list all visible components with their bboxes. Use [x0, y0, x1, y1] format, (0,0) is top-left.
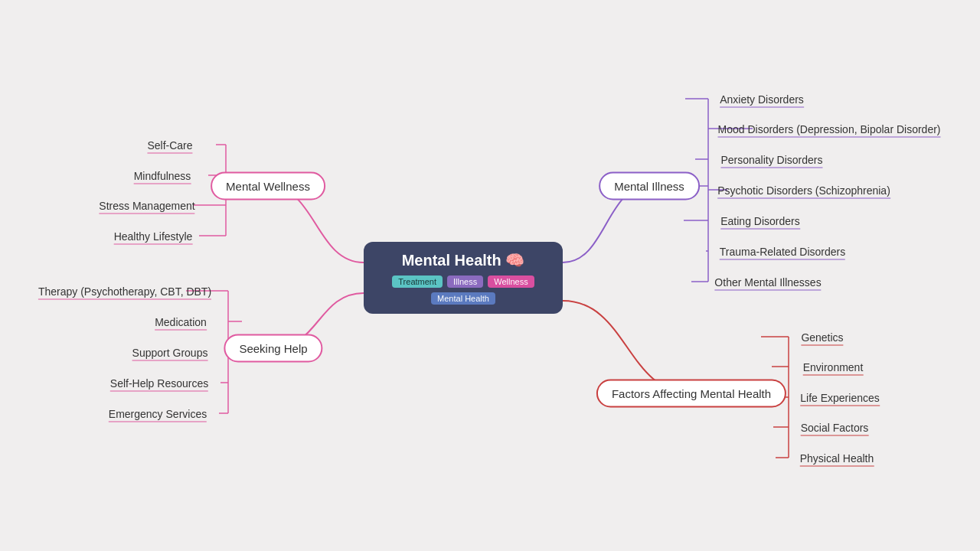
leaf-physical-health: Physical Health [800, 449, 874, 467]
center-title: Mental Health 🧠 [379, 251, 547, 269]
leaf-self-care: Self-Care [147, 136, 192, 154]
center-tags: Treatment Illness Wellness Mental Health [379, 276, 547, 305]
branch-factors: Factors Affecting Mental Health [596, 380, 786, 408]
leaf-social-factors: Social Factors [801, 419, 869, 436]
tag-treatment: Treatment [392, 276, 443, 288]
center-node: Mental Health 🧠 Treatment Illness Wellne… [364, 242, 563, 314]
leaf-therapy: Therapy (Psychotherapy, CBT, DBT) [38, 282, 211, 300]
leaf-stress-management: Stress Management [99, 197, 194, 214]
leaf-anxiety: Anxiety Disorders [720, 90, 804, 108]
leaf-support-groups: Support Groups [132, 344, 208, 361]
branch-seeking-help: Seeking Help [224, 334, 322, 363]
tag-wellness: Wellness [488, 276, 534, 288]
leaf-mindfulness: Mindfulness [134, 167, 191, 184]
leaf-genetics: Genetics [801, 328, 843, 346]
branch-mental-wellness: Mental Wellness [211, 172, 325, 201]
tag-illness: Illness [447, 276, 483, 288]
leaf-psychotic: Psychotic Disorders (Schizophrenia) [717, 181, 890, 199]
leaf-mood: Mood Disorders (Depression, Bipolar Diso… [718, 120, 941, 138]
leaf-emergency: Emergency Services [109, 405, 207, 422]
leaf-self-help: Self-Help Resources [110, 374, 208, 392]
tag-mentalhealth: Mental Health [431, 292, 495, 305]
leaf-environment: Environment [803, 358, 864, 376]
leaf-other-illness: Other Mental Illnesses [714, 273, 821, 291]
leaf-trauma: Trauma-Related Disorders [720, 243, 845, 260]
leaf-healthy-lifestyle: Healthy Lifestyle [114, 227, 193, 245]
leaf-personality: Personality Disorders [720, 151, 822, 168]
leaf-medication: Medication [155, 313, 207, 331]
leaf-eating: Eating Disorders [720, 212, 800, 230]
branch-mental-illness: Mental Illness [599, 172, 700, 201]
leaf-life-experiences: Life Experiences [800, 389, 880, 406]
